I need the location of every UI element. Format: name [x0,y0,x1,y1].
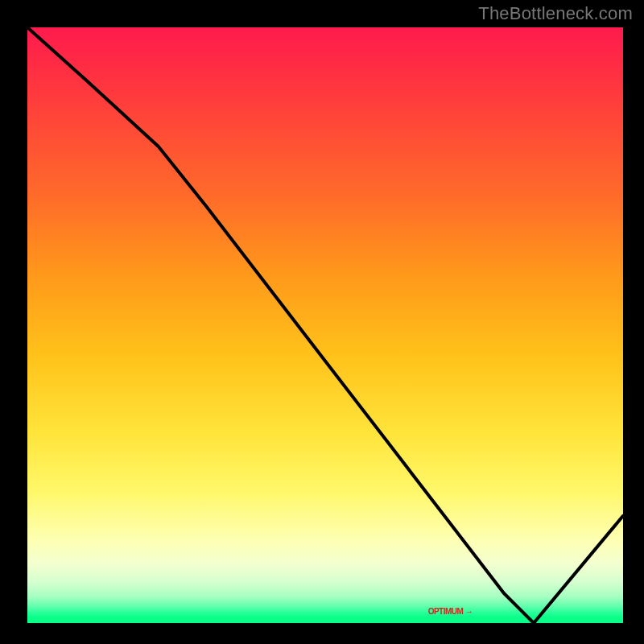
optimum-marker-label: OPTIMUM → [428,607,473,616]
chart-frame: TheBottleneck.com OPTIMUM → [0,0,644,644]
attribution-text: TheBottleneck.com [478,3,633,24]
bottleneck-curve [27,27,623,623]
plot-area: OPTIMUM → [24,24,626,626]
